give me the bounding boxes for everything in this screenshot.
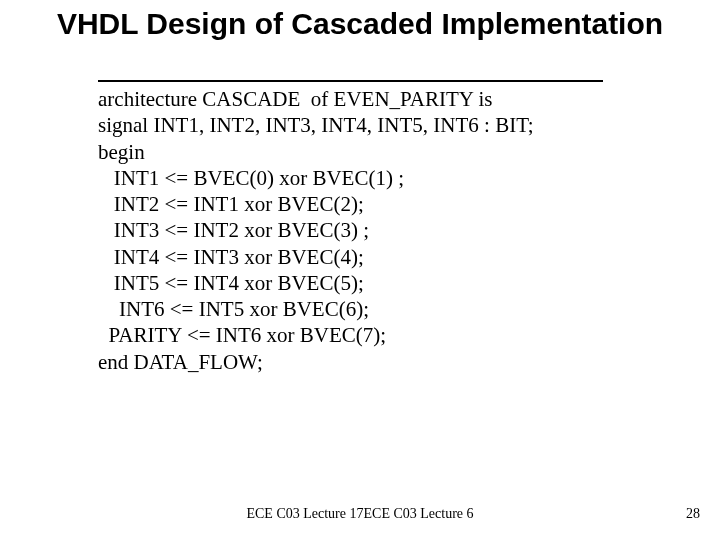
code-line: PARITY <= INT6 xor BVEC(7); (98, 323, 386, 347)
code-line: INT3 <= INT2 xor BVEC(3) ; (98, 218, 369, 242)
code-line: begin (98, 140, 145, 164)
code-line: end DATA_FLOW; (98, 350, 263, 374)
page-number: 28 (686, 506, 700, 522)
slide: VHDL Design of Cascaded Implementation a… (0, 0, 720, 540)
code-line: INT4 <= INT3 xor BVEC(4); (98, 245, 364, 269)
slide-title: VHDL Design of Cascaded Implementation (0, 6, 720, 41)
title-underline (98, 80, 603, 82)
code-line: INT5 <= INT4 xor BVEC(5); (98, 271, 364, 295)
code-line: INT2 <= INT1 xor BVEC(2); (98, 192, 364, 216)
code-line: INT6 <= INT5 xor BVEC(6); (98, 297, 369, 321)
code-line: INT1 <= BVEC(0) xor BVEC(1) ; (98, 166, 404, 190)
footer-text: ECE C03 Lecture 17ECE C03 Lecture 6 (0, 506, 720, 522)
code-line: signal INT1, INT2, INT3, INT4, INT5, INT… (98, 113, 534, 137)
code-line: architecture CASCADE of EVEN_PARITY is (98, 87, 492, 111)
vhdl-code-block: architecture CASCADE of EVEN_PARITY is s… (98, 86, 638, 375)
